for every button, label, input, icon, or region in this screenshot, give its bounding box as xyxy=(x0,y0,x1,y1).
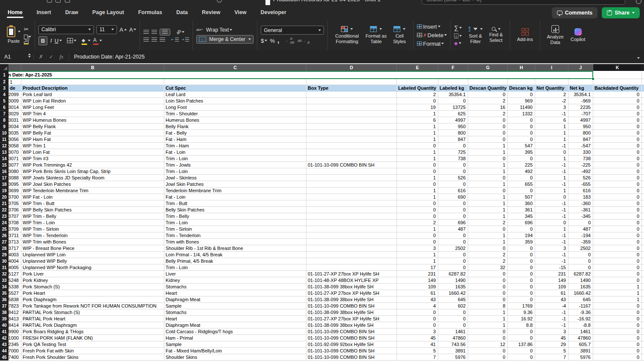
cell-A38[interactable]: 8412 xyxy=(9,309,21,316)
cell-C23[interactable]: Trim - Belly xyxy=(164,213,306,220)
cell-G27[interactable]: 1 xyxy=(468,239,508,245)
row-header-5[interactable]: 5 xyxy=(0,98,9,104)
cell-C13[interactable]: Fat - Loin xyxy=(164,149,306,156)
cell-D9[interactable] xyxy=(306,123,397,130)
cell-C21[interactable]: Trim - Butt xyxy=(164,200,306,207)
cell-C27[interactable]: Trim with Bones xyxy=(164,239,306,245)
header-cell-I[interactable]: Net Quantity xyxy=(535,85,568,91)
row-header-31[interactable]: 31 xyxy=(0,264,9,271)
cell-H41[interactable]: 0 xyxy=(508,329,535,335)
cell-I31[interactable]: -15 xyxy=(535,264,568,271)
cell-K36[interactable]: 1 xyxy=(593,296,642,303)
cell-J37[interactable]: -1167 xyxy=(568,303,593,309)
cell-A45[interactable]: 7400 xyxy=(9,354,21,361)
cell-H21[interactable]: 360 xyxy=(508,200,535,207)
cell-C38[interactable]: Stomachs xyxy=(164,309,306,316)
cell-B4[interactable]: Pork Leaf lard xyxy=(21,91,164,98)
cell-F11[interactable]: 847 xyxy=(438,136,468,143)
cell-K9[interactable]: 0 xyxy=(593,123,642,130)
cell-A33[interactable]: 5248 xyxy=(9,277,21,284)
cell-A10[interactable]: 3035 xyxy=(9,130,21,136)
cell-C36[interactable]: Diaphragm Meat xyxy=(164,296,306,303)
cell-J9[interactable]: 950 xyxy=(568,123,593,130)
cell-A42[interactable]: 1000 xyxy=(9,335,21,341)
cell-F14[interactable]: 738 xyxy=(438,156,468,162)
cell-I33[interactable]: 149 xyxy=(535,277,568,284)
cell-E12[interactable]: 0 xyxy=(397,143,438,149)
cell-C20[interactable]: Fat - Loin xyxy=(164,194,306,200)
cell-G17[interactable]: 0 xyxy=(468,175,508,181)
cell-H43[interactable]: 137.86 xyxy=(508,341,535,348)
column-header-I[interactable]: I xyxy=(535,64,568,71)
tab-view[interactable]: View xyxy=(234,6,246,19)
cell-B27[interactable]: WIP Trim with Bones xyxy=(21,239,164,245)
cell-E32[interactable]: 231 xyxy=(397,271,438,277)
cell-E27[interactable]: 0 xyxy=(397,239,438,245)
header-cell-D[interactable]: Box Type xyxy=(306,85,397,91)
tab-page-layout[interactable]: Page Layout xyxy=(92,6,124,19)
cell-B36[interactable]: Pork Diaphragm xyxy=(21,296,164,303)
cell-I8[interactable]: 6 xyxy=(535,117,568,123)
cell-K35[interactable]: 1 xyxy=(593,290,642,296)
cell-E7[interactable]: 1 xyxy=(397,111,438,117)
cell-D44[interactable]: 01-101-10-099 COMBO BIN SH xyxy=(306,348,397,354)
cell-F25[interactable]: 487 xyxy=(438,226,468,232)
cell-G25[interactable]: 0 xyxy=(468,226,508,232)
column-header-E[interactable]: E xyxy=(397,64,438,71)
cell-B42[interactable]: FRESH PORK HAM (FLANK ON) xyxy=(21,335,164,341)
cell-B32[interactable]: Pork Liver xyxy=(21,271,164,277)
cell-B18[interactable]: WIP Jowl Skin Patches xyxy=(21,181,164,188)
cell-F30[interactable]: 0 xyxy=(438,258,468,264)
enter-icon[interactable]: ✓ xyxy=(49,54,53,60)
cell-I25[interactable]: 1 xyxy=(535,226,568,232)
row-header-39[interactable]: 39 xyxy=(0,316,9,322)
cell-E43[interactable]: 41 xyxy=(397,341,438,348)
cell-A16[interactable]: 3080 xyxy=(9,168,21,175)
cell-C9[interactable]: Belly Flank xyxy=(164,123,306,130)
cell-I43[interactable]: 29 xyxy=(535,341,568,348)
cell-E28[interactable]: 3 xyxy=(397,245,438,252)
cell-E20[interactable]: 1 xyxy=(397,194,438,200)
row-header-41[interactable]: 41 xyxy=(0,329,9,335)
cell-G42[interactable]: 0 xyxy=(468,335,508,341)
column-header-B[interactable]: B xyxy=(21,64,164,71)
cell-B25[interactable]: WIP Trim - Sirloin xyxy=(21,226,164,232)
cell-A2[interactable]: 1 xyxy=(9,79,21,85)
cell-I29[interactable]: -1 xyxy=(535,252,568,258)
cell-C29[interactable]: Loin Primal - 1/4, 4/5 Break xyxy=(164,252,306,258)
cell-J45[interactable]: 5976 xyxy=(568,354,593,361)
cell-A31[interactable]: 4005 xyxy=(9,264,21,271)
cell-A7[interactable]: 3029 xyxy=(9,111,21,117)
cell-F20[interactable]: 690 xyxy=(438,194,468,200)
cell-D14[interactable] xyxy=(306,156,397,162)
cell-I27[interactable]: -1 xyxy=(535,239,568,245)
cell-J25[interactable]: 487 xyxy=(568,226,593,232)
cell-F29[interactable]: 0 xyxy=(438,252,468,258)
cell-K39[interactable]: 0 xyxy=(593,316,642,322)
cell-C11[interactable]: Fat - Ham xyxy=(164,136,306,143)
cell-J22[interactable]: -361 xyxy=(568,207,593,213)
cell-J42[interactable]: 47860 xyxy=(568,335,593,341)
cell-K22[interactable]: 0 xyxy=(593,207,642,213)
cell-K38[interactable]: 0 xyxy=(593,309,642,316)
cell-A17[interactable]: 3088 xyxy=(9,175,21,181)
cell-J19[interactable]: 616 xyxy=(568,188,593,194)
cell-F40[interactable]: 0 xyxy=(438,322,468,329)
row-header-1[interactable]: 1 xyxy=(0,71,9,79)
cell-A25[interactable]: 3709 xyxy=(9,226,21,232)
column-header-D[interactable]: D xyxy=(306,64,397,71)
cell-A37[interactable]: 7823 xyxy=(9,303,21,309)
row-header-26[interactable]: 26 xyxy=(0,232,9,239)
cell-I15[interactable]: -1 xyxy=(535,162,568,168)
cell-E24[interactable]: 2 xyxy=(397,220,438,226)
row-header-23[interactable]: 23 xyxy=(0,213,9,220)
cell-G18[interactable]: 1 xyxy=(468,181,508,188)
cell-F32[interactable]: 6287.82 xyxy=(438,271,468,277)
cell-F36[interactable]: 645 xyxy=(438,296,468,303)
cell-F28[interactable]: 2502 xyxy=(438,245,468,252)
row-header-30[interactable]: 30 xyxy=(0,258,9,264)
row-header-33[interactable]: 33 xyxy=(0,277,9,284)
cell-F44[interactable]: 3891 xyxy=(438,348,468,354)
cell-J18[interactable]: -655 xyxy=(568,181,593,188)
cell-K15[interactable]: 0 xyxy=(593,162,642,168)
